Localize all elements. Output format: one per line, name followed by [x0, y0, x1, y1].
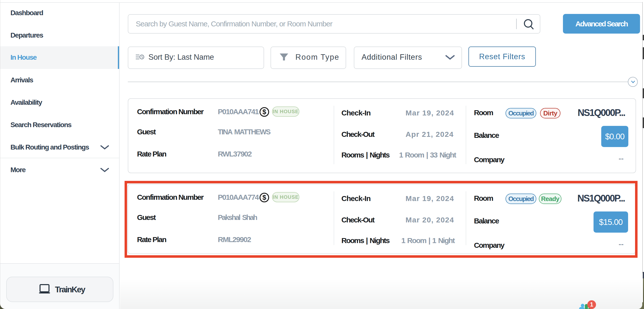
svg-text:$: $ [262, 108, 266, 116]
